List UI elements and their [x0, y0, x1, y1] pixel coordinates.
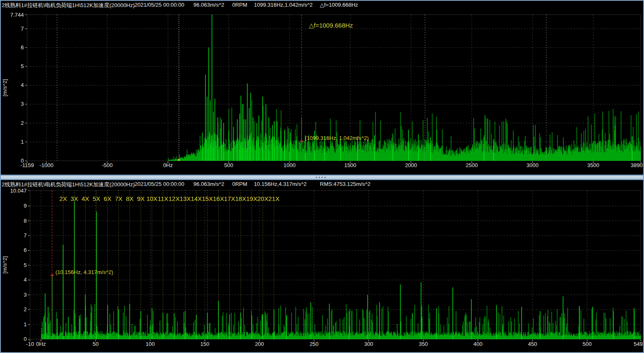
x-axis-tick-label: 549 [634, 341, 643, 347]
harmonic-label: 12X [169, 195, 180, 202]
spectrum-peaks [45, 202, 634, 340]
harmonic-label: 21X [269, 195, 280, 202]
cursor-cross-icon[interactable] [51, 274, 54, 277]
cursor-cross-icon[interactable] [300, 140, 304, 143]
y-axis-tick-label: 1 [24, 321, 27, 328]
y-axis-tick-label: 4 [24, 277, 27, 283]
spectrum-plot-bottom[interactable]: 2X3X4X5X6X7X8X9X10X11X12X13X14X15X16X17X… [1, 187, 643, 352]
rms-readout-label: RMS:4753.125m/s^2 [320, 181, 370, 187]
x-axis-tick-label: 50 [93, 341, 99, 347]
y-axis-tick-label: 2 [24, 306, 27, 312]
x-axis-tick-label: 450 [528, 341, 537, 347]
harmonic-label: 9X [137, 195, 145, 202]
y-axis-tick-label: 6 [21, 44, 24, 51]
channel-path-label: 2线熟料1#拉链机\电机负荷端1H\512K加速度(20000Hz) [2, 2, 135, 9]
range-label: 96.063m/s^2 [193, 2, 224, 8]
timestamp-label: 2021/05/25 00:00:00 [134, 2, 184, 8]
x-axis-tick-label: 2000 [405, 162, 417, 168]
y-axis-tick-label: 9 [24, 203, 27, 209]
harmonic-label: 20X [257, 195, 269, 202]
x-axis-tick-label: 2500 [466, 162, 478, 168]
y-axis-tick-label: 3 [24, 292, 27, 298]
harmonic-label: 16X [213, 195, 224, 202]
harmonic-label: 15X [202, 195, 213, 202]
y-axis-tick-label: 0 [24, 336, 27, 342]
x-axis-tick-label: 500 [583, 341, 592, 347]
x-axis-tick-label: 200 [255, 341, 264, 347]
x-axis-tick-label: -1000 [40, 162, 53, 168]
harmonic-label: 2X [59, 195, 67, 202]
y-axis-tick-label: 8 [24, 218, 27, 224]
vibration-analyzer-window: 2线熟料1#拉链机\电机负荷端1H\512K加速度(20000Hz) 2021/… [0, 0, 644, 353]
x-axis-tick-label: 3500 [587, 162, 599, 168]
x-axis-tick-label: 500 [224, 162, 233, 168]
y-axis-max-label: 7.744 [10, 12, 24, 18]
x-axis-tick-label: 3890 [631, 162, 643, 168]
x-axis-tick-label: 1000 [284, 162, 296, 168]
y-axis-tick-label: 7 [21, 25, 24, 32]
top-panel-header: 2线熟料1#拉链机\电机负荷端1H\512K加速度(20000Hz) 2021/… [1, 1, 643, 9]
x-axis-tick-label: 3000 [527, 162, 539, 168]
harmonic-label: 14X [191, 195, 202, 202]
x-axis-tick-label: -500 [102, 162, 113, 168]
harmonic-label: 17X [224, 195, 235, 202]
harmonic-label: 6X [104, 195, 111, 202]
splitter-handle-icon[interactable] [316, 177, 328, 178]
cursor-value-annotation: (10.156Hz, 4.317m/s^2) [56, 269, 113, 275]
x-axis-tick-label: 150 [200, 341, 210, 347]
y-axis-unit-label: [m/s^2] [2, 256, 8, 274]
x-axis-tick-label: 400 [473, 341, 482, 347]
y-axis-tick-label: 7 [24, 232, 27, 239]
x-axis-tick-label: 250 [309, 341, 319, 347]
cursor-readout-label: 1099.316Hz,1.042m/s^2 [254, 2, 313, 8]
reference-cursor-marker[interactable] [178, 159, 180, 161]
y-axis-tick-label: 4 [21, 82, 24, 88]
panel-splitter[interactable] [1, 175, 643, 180]
harmonic-label: 8X [126, 195, 133, 202]
harmonic-label: 5X [93, 195, 100, 202]
spectrum-noise-trace [41, 304, 641, 339]
harmonic-label: 4X [81, 195, 89, 202]
timestamp-label: 2021/05/25 00:00:00 [134, 181, 184, 187]
x-axis-tick-label: -10 [26, 341, 34, 347]
x-axis-tick-label: 1500 [344, 162, 356, 168]
harmonic-label: 10X [146, 195, 157, 202]
harmonic-label: 7X [115, 195, 122, 202]
spectrum-noise-trace [168, 100, 641, 161]
cursor-value-annotation: (1099.316Hz, 1.042m/s^2) [305, 135, 369, 141]
y-axis-tick-label: 1 [21, 139, 24, 145]
y-axis-tick-label: 5 [24, 262, 27, 268]
harmonic-label: 18X [235, 195, 246, 202]
delta-f-annotation: △f=1009.668Hz [309, 22, 353, 29]
rpm-label: 0RPM [232, 181, 247, 187]
y-axis-unit-label: [m/s^2] [2, 79, 8, 97]
y-axis-tick-label: 2 [21, 120, 24, 126]
x-axis-tick-label: 0Hz [163, 162, 173, 168]
y-axis-tick-label: 5 [21, 63, 24, 69]
y-axis-max-label: 10.047 [10, 188, 27, 194]
harmonic-label: 3X [71, 195, 78, 202]
cursor-readout-label: 10.156Hz,4.317m/s^2 [254, 181, 307, 187]
plot-frame [30, 190, 641, 339]
harmonic-label: 11X [158, 195, 169, 202]
x-axis-tick-label: 0Hz [36, 341, 46, 347]
x-axis-tick-label: 350 [419, 341, 428, 347]
x-axis-tick-label: 300 [364, 341, 373, 347]
harmonic-label: 19X [246, 195, 257, 202]
y-axis-tick-label: 6 [24, 247, 27, 253]
range-label: 96.063m/s^2 [193, 181, 224, 187]
y-axis-tick-label: 3 [21, 101, 24, 107]
y-axis-tick-label: 0 [21, 157, 24, 164]
x-axis-tick-label: 100 [146, 341, 155, 347]
delta-f-readout-label: △f=1009.668Hz [320, 2, 358, 8]
rpm-label: 0RPM [232, 2, 247, 8]
harmonic-label: 13X [180, 195, 191, 202]
spectrum-plot-top[interactable]: (1099.316Hz, 1.042m/s^2)△f=1009.668Hz-11… [1, 9, 643, 175]
